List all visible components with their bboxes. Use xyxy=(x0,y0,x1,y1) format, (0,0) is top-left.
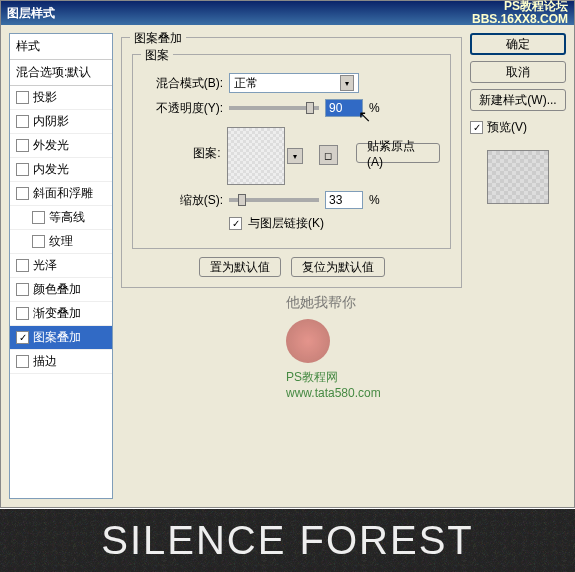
dialog-body: 样式 混合选项:默认 投影内阴影外发光内发光斜面和浮雕等高线纹理光泽颜色叠加渐变… xyxy=(1,25,574,507)
style-item-1[interactable]: 内阴影 xyxy=(10,110,112,134)
opacity-slider-thumb[interactable] xyxy=(306,102,314,114)
style-checkbox[interactable] xyxy=(16,91,29,104)
style-item-label: 光泽 xyxy=(33,257,57,274)
pattern-label: 图案: xyxy=(143,127,221,162)
scale-label: 缩放(S): xyxy=(143,192,223,209)
style-item-3[interactable]: 内发光 xyxy=(10,158,112,182)
right-buttons: 确定 取消 新建样式(W)... ✓ 预览(V) xyxy=(470,33,566,499)
cancel-button[interactable]: 取消 xyxy=(470,61,566,83)
scale-slider[interactable] xyxy=(229,198,319,202)
titlebar: 图层样式 PS教程论坛 BBS.16XX8.COM xyxy=(1,1,574,25)
style-item-4[interactable]: 斜面和浮雕 xyxy=(10,182,112,206)
style-checkbox[interactable] xyxy=(16,259,29,272)
style-item-label: 渐变叠加 xyxy=(33,305,81,322)
pattern-overlay-group: 图案叠加 图案 混合模式(B): 正常 ▾ 不透明度(Y): xyxy=(121,37,462,288)
style-item-0[interactable]: 投影 xyxy=(10,86,112,110)
style-item-label: 描边 xyxy=(33,353,57,370)
scale-slider-thumb[interactable] xyxy=(238,194,246,206)
style-item-label: 图案叠加 xyxy=(33,329,81,346)
opacity-slider[interactable] xyxy=(229,106,319,110)
scale-unit: % xyxy=(369,193,380,207)
style-checkbox[interactable] xyxy=(16,307,29,320)
chevron-down-icon: ▾ xyxy=(340,75,354,91)
style-item-label: 投影 xyxy=(33,89,57,106)
group-title: 图案叠加 xyxy=(130,30,186,47)
style-item-label: 内阴影 xyxy=(33,113,69,130)
pattern-swatch[interactable] xyxy=(227,127,285,185)
style-checkbox[interactable] xyxy=(16,139,29,152)
style-checkbox[interactable] xyxy=(32,211,45,224)
preview-label: 预览(V) xyxy=(487,119,527,136)
style-checkbox[interactable] xyxy=(16,355,29,368)
result-text: SILENCE FOREST xyxy=(101,518,474,563)
layer-style-dialog: 图层样式 PS教程论坛 BBS.16XX8.COM 样式 混合选项:默认 投影内… xyxy=(0,0,575,508)
snap-to-origin-button[interactable]: 贴紧原点(A) xyxy=(356,143,440,163)
style-item-label: 内发光 xyxy=(33,161,69,178)
styles-header[interactable]: 样式 xyxy=(10,34,112,60)
style-item-label: 颜色叠加 xyxy=(33,281,81,298)
result-preview-strip: SILENCE FOREST xyxy=(0,509,575,572)
preview-swatch xyxy=(487,150,549,204)
style-checkbox[interactable]: ✓ xyxy=(16,331,29,344)
style-checkbox[interactable] xyxy=(32,235,45,248)
style-checkbox[interactable] xyxy=(16,187,29,200)
pattern-picker-arrow[interactable]: ▾ xyxy=(287,148,303,164)
reset-default-button[interactable]: 复位为默认值 xyxy=(291,257,385,277)
scale-input[interactable]: 33 xyxy=(325,191,363,209)
titlebar-watermark: PS教程论坛 BBS.16XX8.COM xyxy=(472,0,568,26)
styles-list: 样式 混合选项:默认 投影内阴影外发光内发光斜面和浮雕等高线纹理光泽颜色叠加渐变… xyxy=(9,33,113,499)
style-item-label: 纹理 xyxy=(49,233,73,250)
blend-mode-select[interactable]: 正常 ▾ xyxy=(229,73,359,93)
style-item-9[interactable]: 渐变叠加 xyxy=(10,302,112,326)
preview-checkbox[interactable]: ✓ xyxy=(470,121,483,134)
seal-icon xyxy=(286,319,330,363)
style-item-2[interactable]: 外发光 xyxy=(10,134,112,158)
style-item-11[interactable]: 描边 xyxy=(10,350,112,374)
style-item-label: 等高线 xyxy=(49,209,85,226)
link-layer-checkbox[interactable]: ✓ xyxy=(229,217,242,230)
style-item-label: 外发光 xyxy=(33,137,69,154)
pattern-group: 图案 混合模式(B): 正常 ▾ 不透明度(Y): 90 xyxy=(132,54,451,249)
make-default-button[interactable]: 置为默认值 xyxy=(199,257,281,277)
new-preset-icon[interactable]: ◻ xyxy=(319,145,338,165)
style-item-5[interactable]: 等高线 xyxy=(10,206,112,230)
blending-options-default[interactable]: 混合选项:默认 xyxy=(10,60,112,86)
style-item-6[interactable]: 纹理 xyxy=(10,230,112,254)
opacity-unit: % xyxy=(369,101,380,115)
new-style-button[interactable]: 新建样式(W)... xyxy=(470,89,566,111)
style-checkbox[interactable] xyxy=(16,283,29,296)
style-item-8[interactable]: 颜色叠加 xyxy=(10,278,112,302)
inner-title: 图案 xyxy=(141,47,173,64)
style-item-label: 斜面和浮雕 xyxy=(33,185,93,202)
style-checkbox[interactable] xyxy=(16,115,29,128)
ok-button[interactable]: 确定 xyxy=(470,33,566,55)
opacity-input[interactable]: 90 xyxy=(325,99,363,117)
opacity-label: 不透明度(Y): xyxy=(143,100,223,117)
style-item-7[interactable]: 光泽 xyxy=(10,254,112,278)
style-checkbox[interactable] xyxy=(16,163,29,176)
style-item-10[interactable]: ✓图案叠加 xyxy=(10,326,112,350)
watermark-overlay: 他她我帮你 PS教程网 www.tata580.com xyxy=(286,293,426,400)
blend-mode-value: 正常 xyxy=(234,75,258,92)
options-panel: 图案叠加 图案 混合模式(B): 正常 ▾ 不透明度(Y): xyxy=(121,33,462,499)
link-layer-label: 与图层链接(K) xyxy=(248,215,324,232)
dialog-title: 图层样式 xyxy=(7,5,55,22)
blend-mode-label: 混合模式(B): xyxy=(143,75,223,92)
